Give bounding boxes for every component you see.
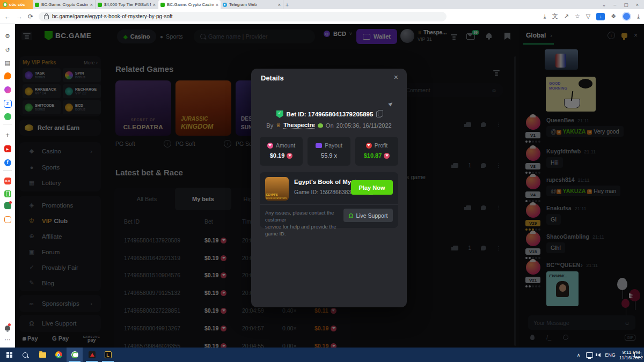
maximize-button[interactable]: ▢ xyxy=(624,2,628,8)
save-page-icon[interactable]: ⤓ xyxy=(544,13,546,20)
sidebar-more-icon[interactable]: ⋯ xyxy=(3,335,12,344)
tab-title: $4,000 Top Tier PGSoft Multi xyxy=(104,2,151,7)
zalo-icon[interactable]: Z xyxy=(3,99,12,108)
network-icon[interactable] xyxy=(584,348,595,362)
sale-2511-icon[interactable]: 25.11 xyxy=(3,176,12,185)
tab-search-icon[interactable]: ⌄ xyxy=(602,2,606,8)
coccoc-brand[interactable]: cốc cốc xyxy=(0,0,33,9)
copy-icon[interactable] xyxy=(376,111,382,117)
tab-close-icon[interactable]: × xyxy=(216,2,218,8)
tray-chevron-icon[interactable]: ∧ xyxy=(573,348,584,362)
share-icon[interactable]: ↗ xyxy=(564,13,569,20)
add-shortcut-icon[interactable]: + xyxy=(3,130,12,139)
back-icon[interactable]: ← xyxy=(4,13,11,20)
telegram-favicon xyxy=(223,3,227,7)
tab-title: Telegram Web xyxy=(229,2,276,7)
by-label: By xyxy=(266,122,273,129)
stat-payout: Payout 55.9 x xyxy=(308,137,350,166)
bet-meta-row: By ♕ Thespectre On 20:05:36, 16/11/2022 xyxy=(251,122,407,129)
live-support-label: Live Support xyxy=(356,212,387,219)
battery-app-icon[interactable] xyxy=(3,189,12,198)
shopping-cart-icon[interactable] xyxy=(3,215,12,224)
close-button[interactable]: × xyxy=(636,2,639,8)
profile-icon[interactable] xyxy=(622,12,631,21)
extensions-puzzle-icon[interactable]: ❖ xyxy=(611,13,616,20)
coccoc-logo-icon xyxy=(3,2,8,7)
headset-icon: Ω xyxy=(349,212,354,219)
lock-icon xyxy=(44,15,49,19)
notification-center-icon[interactable] xyxy=(631,348,644,362)
language-indicator[interactable]: ENG xyxy=(603,348,617,362)
browser-tabstrip: cốc cốc BC.Game: Crypto Casino Gan × $4,… xyxy=(0,0,644,9)
amount-icon xyxy=(267,143,273,149)
modal-title: Details xyxy=(261,74,284,82)
file-explorer-icon[interactable] xyxy=(34,348,50,362)
history-icon[interactable]: ↺ xyxy=(3,46,12,54)
stat-value: $10.87 xyxy=(364,152,382,159)
live-support-button[interactable]: ΩLive Support xyxy=(343,209,393,222)
stat-value: 55.9 x xyxy=(321,152,337,159)
messenger-icon[interactable] xyxy=(3,85,12,94)
coccoc-taskbar-icon[interactable] xyxy=(67,348,83,362)
tab-close-icon[interactable]: × xyxy=(153,2,156,8)
note-line1: Any issues, please contact the customer xyxy=(265,210,334,223)
modal-close-icon[interactable]: × xyxy=(394,73,398,82)
new-tab-button[interactable]: + xyxy=(283,0,291,9)
browser-tab-3-active[interactable]: BC.Game: Crypto Casino Gan × xyxy=(158,0,221,9)
play-now-button[interactable]: Play Now xyxy=(351,180,393,195)
stat-amount: Amount $0.19 xyxy=(260,137,303,166)
bcgame-favicon xyxy=(98,3,102,7)
chrome-icon[interactable] xyxy=(50,348,67,362)
stat-label: Payout xyxy=(325,142,342,149)
on-label: On xyxy=(326,122,334,129)
translate-icon[interactable]: 文 xyxy=(552,12,558,20)
bcgame-favicon xyxy=(35,3,39,7)
minimize-button[interactable]: – xyxy=(613,2,616,8)
divider xyxy=(260,204,398,205)
sidebar-divider xyxy=(3,124,12,124)
sidebar-divider xyxy=(3,170,12,171)
bookmark-star-icon[interactable]: ☆ xyxy=(575,13,580,20)
garena-icon[interactable] xyxy=(84,348,100,362)
bet-id-label: Bet ID: xyxy=(287,111,306,117)
stat-profit: Profit $10.87 xyxy=(355,137,398,166)
facebook-icon[interactable]: f xyxy=(3,158,12,167)
games-gamepad-icon[interactable] xyxy=(3,112,12,121)
windows-taskbar: L ∧ ENG 9:11 PM 11/16/2022 xyxy=(0,348,644,362)
downloads-tray-icon[interactable]: ⤓ xyxy=(637,13,640,20)
league-of-legends-icon[interactable]: L xyxy=(100,348,116,362)
browser-tab-4[interactable]: Telegram Web × xyxy=(221,0,283,9)
youtube-icon[interactable]: ▶ xyxy=(3,144,12,153)
tab-close-icon[interactable]: × xyxy=(278,2,281,8)
start-button[interactable] xyxy=(1,348,17,362)
settings-gear-icon[interactable]: ⚙ xyxy=(3,32,12,40)
taskbar-search-icon[interactable] xyxy=(17,348,33,362)
thumb-line2: BOOK OF MYSTERY xyxy=(266,197,287,200)
browser-tab-2[interactable]: $4,000 Top Tier PGSoft Multi × xyxy=(96,0,158,9)
tab-title: BC.Game: Crypto Casino Gan xyxy=(167,2,214,7)
adblock-shield-icon[interactable]: ▽ xyxy=(586,13,590,20)
browser-sidebar: ⚙ ↺ ▤ Z + ▶ f 25.11 ⋯ xyxy=(0,24,15,348)
game-thumbnail[interactable]: EGYPT'S BOOK OF MYSTERY xyxy=(265,177,289,201)
download-icon[interactable]: ↓ xyxy=(596,13,605,20)
refresh-icon[interactable]: ⟳ xyxy=(28,13,33,20)
stat-label: Amount xyxy=(276,142,295,149)
coccoc-feed-icon[interactable] xyxy=(3,71,12,80)
frog-emoji-icon xyxy=(318,123,323,128)
forward-icon[interactable]: → xyxy=(16,13,23,20)
game-info-panel: EGYPT'S BOOK OF MYSTERY Egypt's Book of … xyxy=(260,172,398,228)
notifications-bell-icon[interactable] xyxy=(3,323,12,332)
bet-username[interactable]: Thespectre xyxy=(283,122,315,129)
url-field[interactable]: bc.game/game/egypt-s-book-of-mystery-by-… xyxy=(39,12,447,21)
browser-addressbar: ← → ⟳ bc.game/game/egypt-s-book-of-myste… xyxy=(0,9,644,24)
tab-close-icon[interactable]: × xyxy=(90,2,93,8)
crown-icon: ♕ xyxy=(276,122,281,128)
browser-tab-1[interactable]: BC.Game: Crypto Casino Gan × xyxy=(33,0,96,9)
reading-list-icon[interactable]: ▤ xyxy=(3,58,12,67)
education-cap-icon[interactable] xyxy=(3,201,12,210)
share-arrow-icon[interactable]: ► xyxy=(386,99,396,108)
volume-icon[interactable] xyxy=(594,348,604,362)
payout-icon xyxy=(316,143,322,148)
bet-datetime: 20:05:36, 16/11/2022 xyxy=(336,122,392,129)
bet-id-value: 1749658041379205895 xyxy=(308,111,374,117)
